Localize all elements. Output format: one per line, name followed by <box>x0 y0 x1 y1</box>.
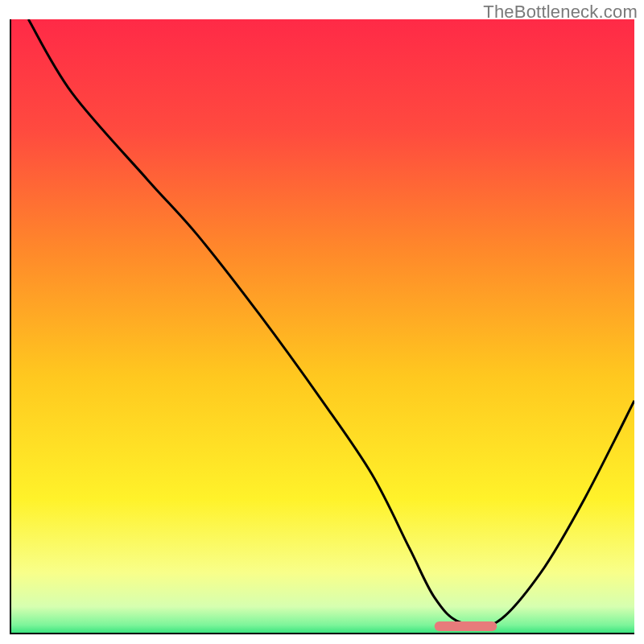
optimal-marker <box>435 621 497 631</box>
chart-background <box>10 19 634 634</box>
chart-container: TheBottleneck.com <box>0 0 644 644</box>
bottleneck-chart <box>10 19 634 634</box>
